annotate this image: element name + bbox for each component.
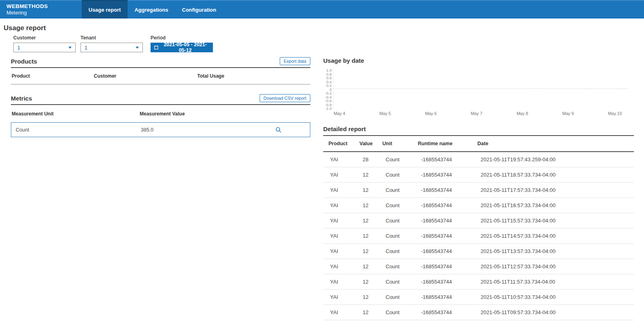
- tenant-label: Tenant: [80, 35, 143, 41]
- table-row: YAI 12 Count -1685543744 2021-05-11T09:5…: [323, 305, 634, 320]
- cell-runtime-name: -1685543744: [414, 305, 473, 320]
- cell-value: 12: [355, 274, 378, 290]
- column-header-customer: Customer: [94, 73, 197, 79]
- cell-unit: Count: [378, 244, 414, 259]
- table-row: YAI 12 Count -1685543744 2021-05-11T18:5…: [323, 167, 634, 183]
- cell-product: YAI: [323, 198, 355, 213]
- cell-runtime-name: -1685543744: [414, 167, 473, 183]
- table-row: YAI 12 Count -1685543744 2021-05-11T14:5…: [323, 228, 634, 244]
- table-row: YAI 12 Count -1685543744 2021-05-11T12:5…: [323, 259, 634, 274]
- tenant-select[interactable]: 1: [80, 43, 143, 52]
- cell-product: YAI: [323, 274, 355, 290]
- cell-date: 2021-05-11T15:57:33.734-04:00: [473, 213, 634, 228]
- cell-product: YAI: [323, 228, 355, 244]
- cell-runtime-name: -1685543744: [414, 198, 473, 213]
- column-header-runtime-name: Runtime name: [414, 136, 473, 152]
- app-bar: WEBMETHODS Metering Usage report Aggrega…: [0, 0, 644, 19]
- x-axis-tick: May 7: [471, 111, 483, 116]
- cell-date: 2021-05-11T12:57:33.734-04:00: [473, 259, 634, 274]
- x-axis-tick: May 4: [334, 111, 345, 116]
- search-icon[interactable]: [275, 127, 282, 133]
- cell-date: 2021-05-11T13:57:33.734-04:00: [473, 244, 634, 259]
- period-range-button[interactable]: 2021-05-05 - 2021-05-12: [151, 43, 213, 52]
- x-axis-tick: May 8: [516, 111, 528, 116]
- column-header-measurement-value: Measurement Value: [140, 111, 310, 117]
- usage-chart-section: Usage by date 1.00.80.60.40.20-0.2-0.4-0…: [323, 57, 634, 116]
- column-header-product: Product: [323, 136, 355, 152]
- detailed-report-table: Product Value Unit Runtime name Date YAI…: [323, 136, 634, 320]
- table-row: YAI 12 Count -1685543744 2021-05-11T17:5…: [323, 183, 634, 198]
- x-axis-tick: May 6: [425, 111, 437, 116]
- cell-date: 2021-05-11T19:57:43.259-04:00: [473, 152, 634, 167]
- tab-aggregations[interactable]: Aggregations: [128, 0, 175, 19]
- cell-date: 2021-05-11T10:57:33.734-04:00: [473, 290, 634, 305]
- cell-unit: Count: [378, 290, 414, 305]
- calendar-icon: [154, 45, 158, 50]
- zero-gridline: [333, 88, 627, 89]
- cell-runtime-name: -1685543744: [414, 228, 473, 244]
- products-title: Products: [11, 58, 37, 65]
- export-data-button[interactable]: Export data: [280, 57, 310, 65]
- left-column: Products Export data Product Customer To…: [11, 57, 310, 137]
- chevron-down-icon: [136, 47, 139, 49]
- x-axis-tick: May 9: [562, 111, 574, 116]
- x-axis-tick: May 10: [608, 111, 622, 116]
- products-table-header: Product Customer Total Usage: [11, 68, 310, 84]
- cell-date: 2021-05-11T17:57:33.734-04:00: [473, 183, 634, 198]
- cell-product: YAI: [323, 213, 355, 228]
- cell-unit: Count: [378, 259, 414, 274]
- cell-value: 12: [355, 198, 378, 213]
- cell-runtime-name: -1685543744: [414, 274, 473, 290]
- cell-product: YAI: [323, 183, 355, 198]
- cell-runtime-name: -1685543744: [414, 259, 473, 274]
- cell-value: 12: [355, 183, 378, 198]
- cell-value: 12: [355, 305, 378, 320]
- cell-date: 2021-05-11T14:57:33.734-04:00: [473, 228, 634, 244]
- customer-label: Customer: [13, 35, 76, 41]
- brand-subtitle: Metering: [6, 10, 82, 16]
- cell-product: YAI: [323, 244, 355, 259]
- right-column: Usage by date 1.00.80.60.40.20-0.2-0.4-0…: [323, 57, 634, 320]
- cell-value: 12: [355, 259, 378, 274]
- cell-product: YAI: [323, 290, 355, 305]
- period-range-value: 2021-05-05 - 2021-05-12: [161, 42, 209, 53]
- cell-value: 28: [355, 152, 378, 167]
- cell-unit: Count: [378, 213, 414, 228]
- cell-unit: Count: [378, 198, 414, 213]
- metric-row: Count 385.0: [11, 122, 310, 137]
- metric-measurement-value: 385.0: [141, 127, 275, 133]
- chart-title: Usage by date: [323, 57, 634, 64]
- tab-configuration[interactable]: Configuration: [175, 0, 223, 19]
- column-header-total-usage: Total Usage: [197, 73, 310, 79]
- table-row: YAI 28 Count -1685543744 2021-05-11T19:5…: [323, 152, 634, 167]
- chart-plot-area: [333, 68, 634, 109]
- tab-usage-report[interactable]: Usage report: [82, 0, 128, 19]
- cell-unit: Count: [378, 152, 414, 167]
- cell-runtime-name: -1685543744: [414, 244, 473, 259]
- period-label: Period: [151, 35, 213, 41]
- tenant-select-value: 1: [85, 45, 87, 51]
- download-csv-button[interactable]: Download CSV report: [260, 94, 310, 102]
- y-axis-tick: -1.0: [325, 107, 332, 111]
- cell-value: 12: [355, 228, 378, 244]
- brand-name: WEBMETHODS: [6, 3, 82, 10]
- table-row: YAI 12 Count -1685543744 2021-05-11T15:5…: [323, 213, 634, 228]
- detailed-report-body: YAI 28 Count -1685543744 2021-05-11T19:5…: [323, 152, 634, 320]
- cell-unit: Count: [378, 167, 414, 183]
- metric-unit-value: Count: [11, 127, 141, 133]
- cell-product: YAI: [323, 167, 355, 183]
- period-filter: Period 2021-05-05 - 2021-05-12: [151, 35, 213, 52]
- cell-runtime-name: -1685543744: [414, 183, 473, 198]
- tenant-filter: Tenant 1: [80, 35, 143, 52]
- column-header-product: Product: [11, 73, 94, 79]
- cell-date: 2021-05-11T18:57:33.734-04:00: [473, 167, 634, 183]
- chevron-down-icon: [68, 47, 72, 49]
- table-row: YAI 12 Count -1685543744 2021-05-11T16:5…: [323, 198, 634, 213]
- column-header-date: Date: [473, 136, 634, 152]
- metrics-section: Metrics Download CSV report Measurement …: [11, 94, 310, 137]
- products-section: Products Export data Product Customer To…: [11, 57, 310, 84]
- customer-select[interactable]: 1: [13, 43, 76, 52]
- cell-product: YAI: [323, 152, 355, 167]
- filter-bar: Customer 1 Tenant 1 Period 2021-05-05 - …: [13, 35, 213, 52]
- customer-filter: Customer 1: [13, 35, 76, 52]
